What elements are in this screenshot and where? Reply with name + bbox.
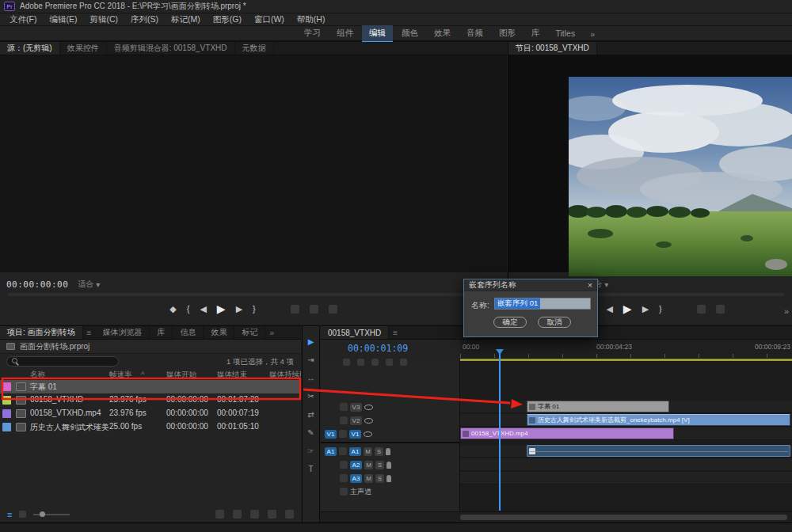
razor-tool[interactable]: ✂ [304, 390, 318, 402]
mute-button[interactable]: M [364, 474, 373, 483]
playhead[interactable] [499, 350, 501, 511]
menu-markers[interactable]: 标记(M) [165, 14, 207, 25]
dialog-title-bar[interactable]: 嵌套序列名称 [464, 279, 597, 291]
source-timecode[interactable]: 00:00:00:00 [6, 279, 68, 290]
workspace-overflow-chevron[interactable]: » [584, 29, 601, 39]
sequence-name-input[interactable]: 嵌套序列 01 [494, 298, 591, 310]
find-icon[interactable] [233, 510, 242, 519]
track-output-eye-icon[interactable] [364, 431, 372, 437]
column-framerate[interactable]: 帧速率 [109, 370, 132, 380]
track-select-forward-tool[interactable]: ⇥ [304, 354, 318, 366]
export-frame-button[interactable] [329, 305, 337, 314]
workspace-tab-effects[interactable]: 效果 [427, 25, 458, 43]
program-goto-out-button[interactable]: } [659, 304, 662, 314]
automate-to-sequence-icon[interactable] [215, 510, 224, 519]
sync-lock-icon[interactable] [340, 474, 348, 482]
panel-menu-icon[interactable]: ≡ [389, 326, 402, 339]
source-goto-in-button[interactable]: { [187, 304, 190, 314]
panel-menu-icon[interactable]: ≡ [83, 326, 96, 339]
column-media-duration[interactable]: 媒体持续时间 [269, 370, 301, 380]
solo-button[interactable]: S [375, 474, 384, 483]
timeline-clip-video2[interactable]: 历史古人舞剑武术璀美新选截剪_onekeybatch.mp4 [V] [527, 414, 790, 426]
ok-button[interactable]: 确定 [493, 317, 527, 328]
source-step-forward-button[interactable]: ▶ [236, 304, 242, 314]
timeline-settings-icon[interactable] [400, 359, 407, 366]
workspace-tab-color[interactable]: 颜色 [394, 25, 425, 43]
workspace-tab-learning[interactable]: 学习 [297, 25, 328, 43]
menu-edit[interactable]: 编辑(E) [43, 14, 83, 25]
project-row-clip-history[interactable]: 历史古人舞剑武术璀美 25.00 fps 00:00:00:00 00:01:0… [0, 420, 301, 434]
tab-media-browser[interactable]: 媒体浏览器 [95, 326, 150, 339]
snap-magnet-icon[interactable] [357, 359, 364, 366]
menu-window[interactable]: 窗口(W) [248, 14, 291, 25]
workspace-tab-titles[interactable]: Titles [549, 26, 583, 42]
program-overflow-chevron[interactable]: » [784, 306, 789, 316]
icon-view-icon[interactable] [19, 511, 26, 518]
hand-tool[interactable]: ☞ [304, 445, 318, 457]
tab-libraries[interactable]: 库 [150, 326, 173, 339]
tab-timeline-sequence[interactable]: 00158_VTXHD [321, 326, 389, 339]
solo-button[interactable]: S [375, 461, 384, 469]
tab-effects[interactable]: 效果 [204, 326, 234, 339]
menu-graphics[interactable]: 图形(G) [207, 14, 248, 25]
tab-metadata[interactable]: 元数据 [235, 42, 274, 55]
close-icon[interactable]: × [584, 280, 596, 291]
tab-info[interactable]: 信息 [173, 326, 204, 339]
workspace-tab-editing[interactable]: 编辑 [362, 25, 393, 43]
voiceover-record-icon[interactable] [386, 475, 391, 482]
tab-program-monitor[interactable]: 节目: 00158_VTXHD [508, 42, 597, 55]
ripple-edit-tool[interactable]: ↔ [304, 372, 318, 384]
slip-tool[interactable]: ⇄ [304, 408, 318, 420]
track-output-eye-icon[interactable] [364, 418, 373, 424]
source-zoom-select[interactable]: 适合 ▾ [78, 279, 100, 290]
column-media-end[interactable]: 媒体结束 [217, 370, 247, 380]
sync-lock-icon[interactable] [340, 403, 348, 411]
source-goto-out-button[interactable]: } [253, 304, 256, 314]
project-row-clip-00158[interactable]: 00158_VTXHD.mp4 23.976 fps 00:00:00:00 0… [0, 407, 301, 420]
program-step-back-button[interactable]: ◀ [606, 304, 612, 314]
sync-lock-icon[interactable] [339, 447, 347, 455]
add-marker-icon[interactable] [386, 359, 393, 366]
linked-selection-icon[interactable] [371, 359, 379, 366]
label-color-swatch[interactable] [2, 382, 11, 391]
workspace-tab-audio[interactable]: 音频 [459, 25, 490, 43]
nest-toggle-icon[interactable] [343, 359, 350, 366]
voiceover-record-icon[interactable] [386, 462, 391, 469]
tab-effect-controls[interactable]: 效果控件 [60, 42, 107, 55]
tab-project[interactable]: 项目: 画面分割转场 [0, 326, 83, 339]
menu-file[interactable]: 文件(F) [3, 14, 43, 25]
menu-sequence[interactable]: 序列(S) [124, 14, 165, 25]
delete-icon[interactable] [285, 510, 294, 519]
timeline-clip-audio1[interactable] [527, 445, 790, 457]
workspace-tab-libraries[interactable]: 库 [524, 25, 547, 43]
sync-lock-icon[interactable] [340, 461, 348, 469]
type-tool[interactable]: T [304, 463, 318, 475]
sync-lock-icon[interactable] [339, 430, 347, 438]
master-meter-icon[interactable] [340, 488, 348, 496]
timeline-scroll-thumb[interactable] [460, 515, 787, 520]
source-patch-badge[interactable]: A1 [325, 447, 337, 456]
program-export-frame-button[interactable] [716, 305, 725, 314]
new-bin-icon[interactable] [250, 510, 259, 519]
source-play-button[interactable]: ▶ [217, 302, 226, 315]
column-name[interactable]: 名称 [30, 370, 45, 380]
project-row-title[interactable]: 字幕 01 [0, 380, 301, 393]
column-media-start[interactable]: 媒体开始 [166, 370, 196, 380]
mute-button[interactable]: M [364, 461, 373, 469]
source-monitor-scrollbar[interactable] [8, 293, 499, 296]
list-view-icon[interactable]: ≡ [7, 510, 12, 519]
source-step-back-button[interactable]: ◀ [200, 304, 206, 314]
track-target-badge[interactable]: A1 [349, 447, 361, 456]
solo-button[interactable]: S [375, 447, 383, 456]
program-play-button[interactable]: ▶ [623, 302, 632, 315]
new-item-icon[interactable] [268, 510, 276, 519]
project-search-input[interactable] [6, 356, 119, 367]
timeline-clip-video1[interactable]: 00158_VTXHD.mp4 [460, 428, 674, 439]
track-output-eye-icon[interactable] [364, 405, 373, 410]
timeline-ruler[interactable]: 00:00 00:00:04:23 00:00:09:23 [460, 340, 792, 359]
project-row-sequence[interactable]: 00158_VTXHD 23.976 fps 00:00:00:00 00:01… [0, 393, 301, 407]
timeline-lane-area[interactable]: 字幕 01 历史古人舞剑武术璀美新选截剪_onekeybatch.mp4 [V]… [460, 361, 792, 511]
source-patch-badge[interactable]: V1 [325, 430, 337, 439]
menu-clip[interactable]: 剪辑(C) [83, 14, 124, 25]
overwrite-button[interactable] [310, 305, 318, 314]
